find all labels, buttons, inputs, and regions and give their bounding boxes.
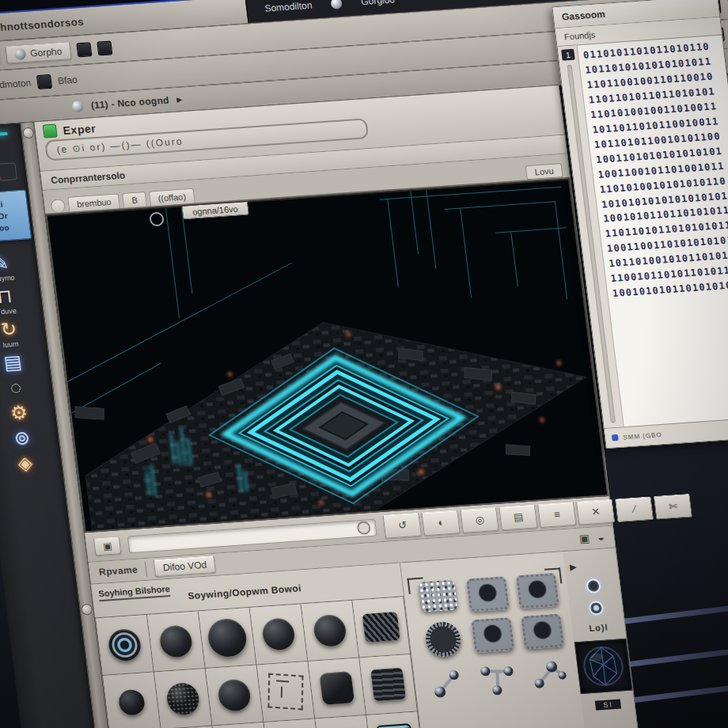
palette-item[interactable] — [366, 711, 425, 728]
tool-label: Iuum — [2, 340, 19, 349]
mode-label: Bfao — [57, 74, 78, 87]
component-thumb-icon — [118, 689, 146, 716]
component-thumb-icon — [370, 668, 406, 702]
edit-tool-button[interactable]: ≡ — [537, 502, 577, 528]
sidebar-tool[interactable]: ↻ Iuum — [0, 319, 23, 349]
tool-icon: ▤ — [2, 352, 23, 372]
palette-item[interactable] — [206, 665, 264, 726]
component-thumb-icon — [376, 723, 415, 728]
component-thumb-icon — [313, 614, 348, 648]
tab-preview[interactable]: Rpvame — [98, 564, 138, 578]
palette-side-label: Soyhing Bilshore — [98, 584, 171, 601]
menu-item[interactable]: Gorgioo — [354, 0, 402, 9]
edit-tool-button[interactable]: ◎ — [461, 506, 500, 533]
tool-label: Tduve — [0, 307, 17, 317]
tab-device[interactable]: Difoo VOd — [154, 555, 217, 577]
palette-item[interactable] — [257, 662, 316, 722]
component-thumb-icon — [165, 682, 201, 716]
edit-tool-button[interactable]: ↺ — [383, 512, 423, 538]
design-canvas[interactable]: ognna/16vo — [46, 179, 609, 533]
radio-option-selected[interactable] — [588, 601, 604, 616]
breadcrumb-arrow-icon: ▸ — [176, 93, 183, 104]
sidebar-tool[interactable]: ▤ — [0, 352, 26, 374]
molecule-icon[interactable] — [477, 660, 519, 697]
palette-item[interactable] — [103, 673, 161, 728]
component-thumb-icon — [261, 617, 297, 651]
palette-item[interactable] — [301, 601, 360, 662]
edit-tool-button[interactable]: ✄ — [654, 493, 693, 519]
clipboard-icon[interactable]: ▣ — [578, 532, 590, 545]
component-thumb-icon — [158, 624, 194, 658]
status-dot-icon — [612, 434, 619, 442]
geodesic-sphere-icon — [578, 643, 628, 690]
selection-bracket-icon — [407, 578, 424, 594]
sidebar-tool[interactable]: ✎ Bruymo — [0, 253, 15, 283]
toggle-icon[interactable] — [97, 40, 112, 55]
edit-tool-button[interactable]: ∕ — [615, 496, 654, 522]
scrollbar-thumb[interactable] — [81, 604, 93, 616]
tab-indicator-icon[interactable] — [50, 199, 66, 213]
selected-tool-card[interactable]: JBAiNTTOrGMloo — [0, 189, 32, 244]
toggle-icon[interactable] — [36, 74, 52, 89]
palette-item[interactable] — [359, 654, 418, 715]
card-line: GMloo — [0, 221, 27, 237]
menu-button[interactable]: Fignju — [0, 47, 1, 68]
menu-button[interactable]: Gorpho — [5, 42, 72, 64]
tab-drawing[interactable]: brembuo — [67, 193, 121, 211]
knurled-knob-icon[interactable] — [424, 621, 463, 658]
dock-toggle-icon[interactable] — [0, 162, 17, 180]
droplet-icon[interactable]: ◒ — [597, 531, 605, 544]
chip-bga-icon[interactable] — [521, 614, 564, 650]
component-thumb-icon — [362, 612, 400, 643]
circuit-render — [47, 180, 607, 532]
tool-icon: ↻ — [0, 320, 17, 339]
toggle-icon[interactable] — [76, 42, 92, 57]
divider — [145, 562, 147, 577]
sidebar-tool[interactable]: ◌ — [2, 377, 29, 400]
level-chip[interactable]: Lovu — [525, 163, 563, 180]
chip-silver-icon[interactable] — [418, 580, 458, 612]
tool-icon: ✎ — [0, 253, 9, 273]
menu-item[interactable]: Somodilton — [257, 0, 319, 16]
doc-icon — [71, 100, 84, 112]
tab-b[interactable]: B — [122, 191, 147, 208]
app-window: Chnottsondorsos Somodilton Gorgioo Cots … — [0, 0, 728, 728]
palette-grid — [95, 596, 425, 728]
tab-plot[interactable]: ((offao) — [149, 188, 195, 207]
mesh-sphere-tile[interactable] — [574, 639, 633, 694]
sidebar-tool[interactable]: ⊓ Tduve — [0, 286, 19, 317]
edit-tool-button[interactable]: ▤ — [499, 504, 538, 530]
breadcrumb[interactable]: (11) - Nco oognd — [90, 95, 169, 112]
palette-item[interactable] — [308, 658, 366, 719]
scrollbar-top-knob[interactable] — [22, 127, 35, 139]
graph-icon — [13, 48, 26, 60]
idmoton-label[interactable]: Idmoton — [0, 78, 32, 91]
sidebar-tool[interactable]: ◈ — [12, 453, 39, 475]
radio-option[interactable] — [586, 578, 601, 593]
palette-item[interactable] — [352, 597, 411, 658]
palette-item[interactable] — [199, 608, 257, 669]
field-icon[interactable]: ▣ — [93, 537, 122, 555]
component-thumb-icon — [206, 617, 248, 658]
record-icon — [330, 0, 343, 9]
edit-tool-button[interactable]: ◐ — [422, 510, 461, 536]
active-indicator — [0, 132, 8, 138]
palette-item[interactable] — [250, 604, 309, 665]
chip-bga-icon[interactable] — [471, 617, 514, 653]
palette-item[interactable] — [147, 611, 206, 672]
sphere-label: Sl — [595, 700, 621, 711]
edit-tool-button[interactable]: ✕ — [576, 499, 616, 525]
tool-icon: ⚙ — [9, 403, 28, 423]
sidebar-tool[interactable]: ⚙ — [6, 403, 32, 425]
sidebar-tool[interactable]: ⊚ — [9, 427, 36, 449]
play-icon[interactable]: ▶ — [569, 562, 577, 573]
status-green-icon — [43, 124, 58, 138]
line-number: 1 — [561, 49, 575, 61]
sidebar-tools: ✎ Bruymo ⊓ Tduve ↻ Iuum ▤ ◌ — [0, 248, 39, 475]
palette-item[interactable] — [154, 669, 213, 728]
molecule-icon[interactable] — [526, 656, 568, 693]
palette-item[interactable] — [96, 615, 154, 676]
molecule-icon[interactable] — [427, 663, 469, 700]
rail-label: Lo)l — [589, 622, 609, 633]
chip-bga-icon[interactable] — [466, 576, 510, 612]
